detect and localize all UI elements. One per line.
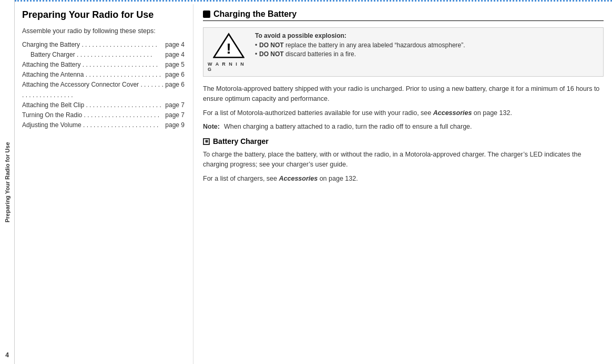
toc-row: Attaching the Battery . . . . . . . . . … [22,60,185,70]
page-number: 4 [5,351,9,359]
toc-page: page 7 [165,100,185,110]
sub-section-header: Battery Charger [203,137,604,145]
toc-item: Battery Charger . . . . . . . . . . . . … [22,50,165,60]
main-content: Preparing Your Radio for Use Assemble yo… [15,0,612,364]
warning-item-1-rest: replace the battery in any area labeled … [285,41,465,49]
section-bullet-icon [203,11,210,18]
body-para-2: For a list of Motorola-authorized batter… [203,108,604,118]
toc-item: Attaching the Accessory Connector Cover … [22,80,165,100]
body-para-3: To charge the battery, place the battery… [203,150,604,170]
para4-text: For a list of chargers, see [203,175,279,182]
para2-rest: on page 132. [472,109,512,117]
warning-triangle-icon: ! [213,32,244,59]
intro-text: Assemble your radio by following these s… [22,27,185,35]
toc-item: Attaching the Battery . . . . . . . . . … [22,60,165,70]
left-column: Preparing Your Radio for Use Assemble yo… [15,4,193,364]
right-column: Charging the Battery ! W A R N I N G To … [193,4,612,364]
toc-page: page 5 [165,60,185,70]
warning-title: To avoid a possible explosion: [255,32,465,39]
toc-item: Turning On the Radio . . . . . . . . . .… [22,110,165,120]
toc-page: page 6 [165,70,185,80]
section-header: Charging the Battery [203,9,604,21]
toc-item: Attaching the Belt Clip . . . . . . . . … [22,100,165,110]
para2-text: For a list of Motorola-authorized batter… [203,109,433,117]
toc-page: page 7 [165,110,185,120]
sub-bullet-icon [203,138,210,145]
sub-section-title: Battery Charger [213,137,269,145]
sidebar-label: Preparing Your Radio for Use [4,130,11,235]
toc-row: Turning On the Radio . . . . . . . . . .… [22,110,185,120]
note-label: Note: [203,122,220,132]
page-heading: Preparing Your Radio for Use [22,9,185,21]
toc-row: Attaching the Antenna . . . . . . . . . … [22,70,185,80]
body-para-4: For a list of chargers, see Accessories … [203,174,604,184]
toc-row: Charging the Battery . . . . . . . . . .… [22,40,185,50]
do-not-2: DO NOT [259,50,284,58]
para4-rest: on page 132. [318,175,358,182]
toc-row: Attaching the Belt Clip . . . . . . . . … [22,100,185,110]
warning-item-2-rest: discard batteries in a fire. [285,50,356,58]
toc-item: Adjusting the Volume . . . . . . . . . .… [22,120,165,130]
warning-content: To avoid a possible explosion: DO NOT re… [255,32,465,72]
toc-page: page 4 [165,50,185,60]
warning-list: DO NOT replace the battery in any area l… [255,41,465,58]
warning-item-1: DO NOT replace the battery in any area l… [255,41,465,49]
body-para-1: The Motorola-approved battery shipped wi… [203,84,604,104]
toc-page: page 4 [165,40,185,50]
note-text: When charging a battery attached to a ra… [224,122,472,132]
note-block: Note: When charging a battery attached t… [203,122,604,132]
warning-label: W A R N I N G [208,61,250,72]
toc-item: Attaching the Antenna . . . . . . . . . … [22,70,165,80]
warning-item-2: DO NOT discard batteries in a fire. [255,50,465,58]
toc-page: page 9 [165,120,185,130]
toc-item: Charging the Battery . . . . . . . . . .… [22,40,165,50]
svg-text:!: ! [226,40,231,57]
warning-box: ! W A R N I N G To avoid a possible expl… [203,27,604,77]
toc-row: Attaching the Accessory Connector Cover … [22,80,185,100]
toc-row: Battery Charger . . . . . . . . . . . . … [22,50,185,60]
toc-row: Adjusting the Volume . . . . . . . . . .… [22,120,185,130]
section-title: Charging the Battery [213,9,297,19]
do-not-1: DO NOT [259,41,284,49]
warning-icon-area: ! W A R N I N G [208,32,250,72]
para2-bold: Accessories [433,109,472,117]
toc-page: page 6 [165,80,185,100]
sidebar: Preparing Your Radio for Use 4 [0,0,15,364]
para4-bold: Accessories [279,175,318,182]
toc-table: Charging the Battery . . . . . . . . . .… [22,40,185,131]
